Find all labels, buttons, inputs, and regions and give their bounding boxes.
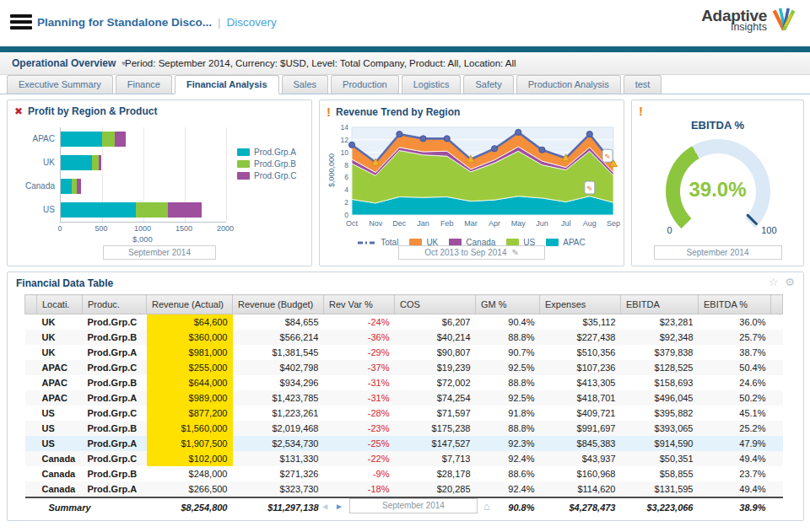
tab-production-analysis[interactable]: Production Analysis [516, 75, 621, 94]
tab-production[interactable]: Production [331, 75, 399, 94]
cell-rev-var: -31% [324, 375, 395, 390]
table-row[interactable]: UKProd.Grp.C$64,600$84,655-24%$6,20790.4… [25, 314, 783, 330]
title-separator: | [218, 16, 221, 29]
cell-rev-var: -28% [324, 406, 395, 421]
cell-ebitda-pct: 36.0% [699, 314, 771, 330]
cell-gm: 88.8% [476, 330, 540, 345]
filter-summary-text: Period: September 2014, Currency: $USD, … [125, 52, 516, 74]
tab-safety[interactable]: Safety [463, 75, 513, 94]
trend-period-selector[interactable]: Oct 2013 to Sep 2014 ✎ [398, 245, 545, 260]
gauge-period-selector[interactable]: September 2014 [654, 245, 782, 260]
panel-ebitda-gauge: ! EBITDA % 39.0% 0 100 September 2014 [631, 99, 804, 266]
cell-ebitda: $158,693 [621, 375, 699, 390]
cell-ebitda-pct: 45.1% [699, 406, 771, 421]
legend-item: Prod.Grp.C [237, 171, 297, 180]
cell-product: Prod.Grp.B [83, 375, 147, 390]
home-icon[interactable]: ⌂ [483, 500, 490, 513]
app-title-group: Planning for Standalone Disco... | Disco… [37, 16, 277, 29]
column-header-revenue-actual-: Revenue (Actual) [147, 295, 233, 314]
cell-ebitda-pct: 50.2% [699, 390, 771, 406]
dashboard-selector-dropdown[interactable]: Operational Overview ▼ [12, 52, 127, 74]
cell-product: Prod.Grp.B [83, 466, 147, 481]
cell-gm: 92.5% [476, 360, 540, 375]
row-gutter [25, 436, 37, 451]
table-row[interactable]: APACProd.Grp.C$255,000$402,798-37%$19,23… [25, 360, 783, 375]
note-pencil-icon: ✎ [604, 153, 611, 161]
stacked-bar-chart [60, 127, 226, 223]
hamburger-menu-icon[interactable] [10, 14, 32, 31]
cell-location: UK [37, 314, 83, 330]
pager-next-icon[interactable]: ► [335, 502, 343, 511]
row-gutter [25, 466, 37, 481]
legend-swatch [237, 148, 250, 156]
pager-prev-icon[interactable]: ◄ [321, 502, 329, 511]
legend-label: APAC [563, 238, 586, 247]
cell-expenses: $991,697 [540, 421, 621, 436]
pager-period-input[interactable]: September 2014 [349, 498, 478, 513]
table-row[interactable]: APACProd.Grp.B$644,000$934,296-31%$72,00… [25, 375, 783, 390]
table-row[interactable]: USProd.Grp.A$1,907,500$2,534,730-25%$147… [25, 436, 783, 451]
cell-ebitda-pct: 50.4% [699, 360, 771, 375]
cell-ebitda-pct: 49.4% [699, 481, 771, 497]
marker-circle [516, 129, 521, 135]
bar-row [61, 132, 126, 147]
tab-finance[interactable]: Finance [116, 75, 172, 94]
tab-financial-analysis[interactable]: Financial Analysis [175, 75, 279, 94]
tab-logistics[interactable]: Logistics [402, 75, 462, 94]
cell-rev-actual: $981,000 [147, 345, 233, 360]
settings-gear-icon[interactable]: ⚙ [785, 276, 795, 288]
table-row[interactable]: CanadaProd.Grp.C$102,000$131,330-22%$7,7… [25, 451, 783, 466]
profit-period-selector[interactable]: September 2014 [103, 245, 216, 260]
cell-rev-var: -9% [324, 466, 395, 481]
favorite-star-icon[interactable]: ☆ [769, 276, 779, 288]
row-gutter [771, 421, 783, 436]
cell-rev-actual: $64,600 [147, 314, 233, 330]
table-row[interactable]: APACProd.Grp.A$989,000$1,423,785-31%$74,… [25, 390, 783, 406]
legend-swatch [546, 239, 559, 246]
bar-segment-prod-grp-b [102, 132, 115, 147]
legend-label: Prod.Grp.C [254, 171, 297, 180]
cell-expenses: $418,701 [540, 390, 621, 406]
cell-product: Prod.Grp.B [83, 421, 147, 436]
cell-ebitda: $379,838 [621, 345, 699, 360]
table-row[interactable]: UKProd.Grp.B$360,000$566,214-36%$40,2148… [25, 330, 783, 345]
table-row[interactable]: CanadaProd.Grp.A$266,500$323,730-18%$20,… [25, 481, 783, 497]
bar-segment-prod-grp-c [115, 132, 127, 147]
column-header-ebitda-: EBITDA % [699, 295, 771, 314]
cell-expenses: $114,620 [540, 481, 621, 497]
cell-cos: $71,597 [395, 406, 476, 421]
row-gutter [25, 406, 37, 421]
row-gutter [771, 406, 783, 421]
table-row[interactable]: UKProd.Grp.A$981,000$1,381,545-29%$90,80… [25, 345, 783, 360]
cell-rev-actual: $877,200 [147, 406, 233, 421]
trend-y-tick: 14 [341, 123, 349, 132]
trend-y-tick: 2 [344, 198, 348, 207]
cell-gm: 92.4% [476, 451, 540, 466]
table-row[interactable]: USProd.Grp.B$1,560,000$2,019,468-23%$175… [25, 421, 783, 436]
marker-circle [444, 136, 450, 142]
cell-ebitda-pct: 23.7% [699, 466, 771, 481]
cell-location: APAC [37, 360, 83, 375]
tab-sales[interactable]: Sales [282, 75, 329, 94]
cell-cos: $6,207 [395, 314, 476, 330]
cell-gm: 92.5% [476, 390, 540, 406]
tab-test[interactable]: test [624, 75, 662, 94]
cell-location: US [37, 436, 83, 451]
cell-rev-var: -23% [324, 421, 395, 436]
gauge-value: 39.0% [666, 178, 770, 202]
table-row[interactable]: USProd.Grp.C$877,200$1,223,261-28%$71,59… [25, 406, 783, 421]
cell-cos: $28,178 [395, 466, 476, 481]
bar-x-tick-label: 1000 [134, 224, 151, 233]
tab-executive-summary[interactable]: Executive Summary [7, 75, 113, 94]
bar-x-tick-label: 1500 [176, 224, 192, 233]
table-row[interactable]: CanadaProd.Grp.B$248,000$271,326-9%$28,1… [25, 466, 783, 481]
bar-segment-prod-grp-a [61, 155, 92, 170]
panel-profit-by-region-product: ✖ Profit by Region & Product APACUKCanad… [7, 99, 312, 266]
total-line-glyph [358, 239, 376, 246]
bar-segment-prod-grp-c [77, 179, 81, 194]
cell-gm: 92.3% [476, 436, 540, 451]
legend-label: Prod.Grp.A [254, 148, 296, 157]
column-header-gutter [25, 295, 37, 314]
edit-pencil-icon[interactable]: ✎ [511, 246, 518, 259]
discovery-link[interactable]: Discovery [227, 16, 277, 29]
